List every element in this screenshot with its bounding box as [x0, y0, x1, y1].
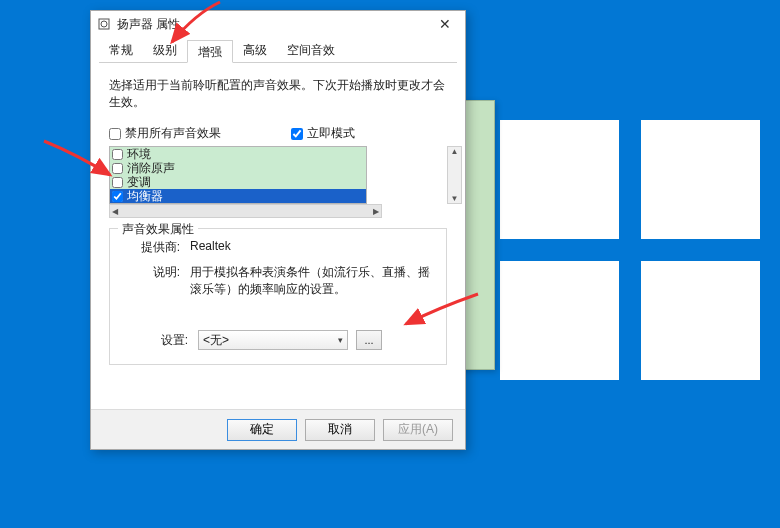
speaker-properties-dialog: 扬声器 属性 ✕ 常规 级别 增强 高级 空间音效 选择适用于当前聆听配置的声音… — [90, 10, 466, 450]
tab-advanced[interactable]: 高级 — [233, 39, 277, 62]
setting-select[interactable]: <无> ▾ — [198, 330, 348, 350]
disable-all-input[interactable] — [109, 128, 121, 140]
provider-label: 提供商: — [122, 239, 190, 256]
ellipsis-icon: ... — [364, 334, 373, 346]
vertical-scrollbar[interactable]: ▲ ▼ — [447, 146, 462, 204]
effect-checkbox[interactable] — [112, 177, 123, 188]
disable-all-label: 禁用所有声音效果 — [125, 125, 221, 142]
desc-value: 用于模拟各种表演条件（如流行乐、直播、摇滚乐等）的频率响应的设置。 — [190, 264, 434, 298]
tab-strip: 常规 级别 增强 高级 空间音效 — [99, 39, 457, 63]
ok-button[interactable]: 确定 — [227, 419, 297, 441]
desktop-windows-logo — [500, 120, 760, 380]
disable-all-checkbox[interactable]: 禁用所有声音效果 — [109, 125, 221, 142]
titlebar: 扬声器 属性 ✕ — [91, 11, 465, 37]
cancel-button[interactable]: 取消 — [305, 419, 375, 441]
window-title: 扬声器 属性 — [117, 16, 180, 33]
list-item-equalizer[interactable]: 均衡器 — [110, 189, 366, 203]
speaker-icon — [97, 17, 111, 31]
scroll-up-icon: ▲ — [451, 147, 459, 156]
tab-general[interactable]: 常规 — [99, 39, 143, 62]
scroll-left-icon: ◀ — [112, 207, 118, 216]
effects-list[interactable]: 环境 消除原声 变调 均衡器 — [109, 146, 367, 204]
chevron-down-icon: ▾ — [338, 335, 343, 345]
immediate-mode-label: 立即模式 — [307, 125, 355, 142]
effect-properties-group: 声音效果属性 提供商: Realtek 说明: 用于模拟各种表演条件（如流行乐、… — [109, 228, 447, 365]
immediate-mode-input[interactable] — [291, 128, 303, 140]
scroll-right-icon: ▶ — [373, 207, 379, 216]
close-button[interactable]: ✕ — [425, 11, 465, 37]
close-icon: ✕ — [439, 16, 451, 32]
effect-checkbox[interactable] — [112, 149, 123, 160]
effects-list-wrap: 环境 消除原声 变调 均衡器 ▲ ▼ ◀ — [109, 146, 447, 218]
tab-levels[interactable]: 级别 — [143, 39, 187, 62]
tab-content: 选择适用于当前聆听配置的声音效果。下次开始播放时更改才会生效。 禁用所有声音效果… — [91, 63, 465, 373]
effect-label: 均衡器 — [127, 188, 163, 205]
provider-value: Realtek — [190, 239, 434, 256]
setting-value: <无> — [203, 332, 229, 349]
scroll-down-icon: ▼ — [451, 194, 459, 203]
apply-button[interactable]: 应用(A) — [383, 419, 453, 441]
effect-checkbox[interactable] — [112, 191, 123, 202]
horizontal-scrollbar[interactable]: ◀ ▶ — [109, 204, 382, 218]
tab-enhance[interactable]: 增强 — [187, 40, 233, 63]
dialog-footer: 确定 取消 应用(A) — [91, 409, 465, 449]
immediate-mode-checkbox[interactable]: 立即模式 — [291, 125, 355, 142]
description-text: 选择适用于当前聆听配置的声音效果。下次开始播放时更改才会生效。 — [109, 77, 447, 111]
setting-details-button[interactable]: ... — [356, 330, 382, 350]
setting-label: 设置: — [122, 332, 190, 349]
group-legend: 声音效果属性 — [118, 221, 198, 238]
tab-spatial[interactable]: 空间音效 — [277, 39, 345, 62]
desc-label: 说明: — [122, 264, 190, 298]
effect-checkbox[interactable] — [112, 163, 123, 174]
